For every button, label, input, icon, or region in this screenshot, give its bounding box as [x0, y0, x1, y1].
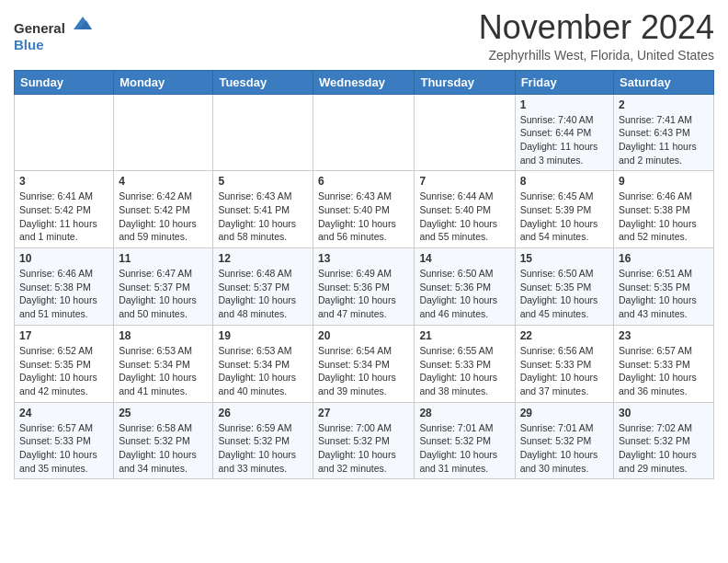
title-area: November 2024 Zephyrhills West, Florida,…: [479, 9, 714, 63]
calendar-cell: 18Sunrise: 6:53 AMSunset: 5:34 PMDayligh…: [114, 325, 213, 402]
day-number: 23: [619, 329, 709, 342]
day-number: 11: [119, 252, 208, 265]
cell-content: Sunrise: 6:46 AMSunset: 5:38 PMDaylight:…: [19, 267, 108, 321]
cell-content: Sunrise: 7:41 AMSunset: 6:43 PMDaylight:…: [619, 113, 709, 167]
calendar-cell: 30Sunrise: 7:02 AMSunset: 5:32 PMDayligh…: [614, 402, 714, 479]
day-number: 9: [619, 175, 709, 188]
calendar-cell: 5Sunrise: 6:43 AMSunset: 5:41 PMDaylight…: [213, 171, 313, 248]
cell-content: Sunrise: 6:46 AMSunset: 5:38 PMDaylight:…: [619, 190, 709, 244]
day-number: 2: [619, 98, 709, 111]
day-number: 10: [19, 252, 108, 265]
calendar-cell: 13Sunrise: 6:49 AMSunset: 5:36 PMDayligh…: [313, 248, 415, 326]
calendar-cell: 1Sunrise: 7:40 AMSunset: 6:44 PMDaylight…: [515, 94, 613, 171]
cell-content: Sunrise: 6:51 AMSunset: 5:35 PMDaylight:…: [619, 267, 709, 321]
cell-content: Sunrise: 7:40 AMSunset: 6:44 PMDaylight:…: [520, 113, 609, 167]
cell-content: Sunrise: 6:45 AMSunset: 5:39 PMDaylight:…: [520, 190, 609, 244]
calendar-cell: 17Sunrise: 6:52 AMSunset: 5:35 PMDayligh…: [15, 325, 114, 402]
cell-content: Sunrise: 6:58 AMSunset: 5:32 PMDaylight:…: [119, 421, 208, 476]
cell-content: Sunrise: 6:48 AMSunset: 5:37 PMDaylight:…: [218, 267, 308, 321]
logo: General Blue: [14, 13, 92, 53]
cell-content: Sunrise: 6:44 AMSunset: 5:40 PMDaylight:…: [419, 190, 509, 244]
subtitle: Zephyrhills West, Florida, United States: [479, 48, 714, 63]
cell-content: Sunrise: 6:53 AMSunset: 5:34 PMDaylight:…: [119, 344, 208, 398]
calendar-cell: 10Sunrise: 6:46 AMSunset: 5:38 PMDayligh…: [15, 248, 114, 326]
day-number: 17: [19, 329, 108, 342]
day-number: 12: [218, 252, 308, 265]
calendar-cell: 11Sunrise: 6:47 AMSunset: 5:37 PMDayligh…: [114, 248, 213, 326]
day-number: 1: [520, 98, 609, 111]
day-number: 4: [119, 175, 208, 188]
day-number: 5: [218, 175, 308, 188]
day-number: 25: [119, 407, 208, 419]
calendar-cell: 19Sunrise: 6:53 AMSunset: 5:34 PMDayligh…: [213, 325, 313, 402]
calendar-cell: 20Sunrise: 6:54 AMSunset: 5:34 PMDayligh…: [313, 325, 415, 402]
month-title: November 2024: [479, 9, 714, 46]
day-number: 19: [218, 329, 308, 342]
cell-content: Sunrise: 6:49 AMSunset: 5:36 PMDaylight:…: [318, 267, 409, 321]
calendar-cell: 28Sunrise: 7:01 AMSunset: 5:32 PMDayligh…: [415, 402, 515, 479]
day-number: 20: [318, 329, 409, 342]
calendar-cell: 29Sunrise: 7:01 AMSunset: 5:32 PMDayligh…: [515, 402, 613, 479]
cell-content: Sunrise: 6:41 AMSunset: 5:42 PMDaylight:…: [19, 190, 108, 244]
day-of-week-header: Friday: [515, 70, 613, 94]
calendar-cell: 7Sunrise: 6:44 AMSunset: 5:40 PMDaylight…: [415, 171, 515, 248]
day-number: 18: [119, 329, 208, 342]
calendar-cell: 23Sunrise: 6:57 AMSunset: 5:33 PMDayligh…: [614, 325, 714, 402]
logo-blue: Blue: [14, 37, 44, 52]
calendar-cell: 4Sunrise: 6:42 AMSunset: 5:42 PMDaylight…: [114, 171, 213, 248]
calendar-body: 1Sunrise: 7:40 AMSunset: 6:44 PMDaylight…: [15, 94, 714, 479]
cell-content: Sunrise: 6:47 AMSunset: 5:37 PMDaylight:…: [119, 267, 208, 321]
cell-content: Sunrise: 7:00 AMSunset: 5:32 PMDaylight:…: [318, 421, 409, 476]
day-of-week-header: Thursday: [415, 70, 515, 94]
calendar-cell: [313, 94, 415, 171]
cell-content: Sunrise: 7:01 AMSunset: 5:32 PMDaylight:…: [419, 421, 509, 476]
logo-general: General: [14, 20, 65, 36]
cell-content: Sunrise: 6:42 AMSunset: 5:42 PMDaylight:…: [119, 190, 208, 244]
day-of-week-header: Tuesday: [213, 70, 313, 94]
calendar-week-row: 1Sunrise: 7:40 AMSunset: 6:44 PMDaylight…: [15, 94, 714, 171]
day-number: 21: [419, 329, 509, 342]
day-number: 24: [19, 407, 108, 419]
day-number: 26: [218, 407, 308, 419]
calendar-week-row: 17Sunrise: 6:52 AMSunset: 5:35 PMDayligh…: [15, 325, 714, 402]
calendar-cell: 14Sunrise: 6:50 AMSunset: 5:36 PMDayligh…: [415, 248, 515, 326]
cell-content: Sunrise: 6:53 AMSunset: 5:34 PMDaylight:…: [218, 344, 308, 398]
cell-content: Sunrise: 6:43 AMSunset: 5:41 PMDaylight:…: [218, 190, 308, 244]
day-of-week-header: Monday: [114, 70, 213, 94]
day-number: 28: [419, 407, 509, 419]
calendar-cell: 24Sunrise: 6:57 AMSunset: 5:33 PMDayligh…: [15, 402, 114, 479]
cell-content: Sunrise: 6:59 AMSunset: 5:32 PMDaylight:…: [218, 421, 308, 476]
day-number: 30: [619, 407, 709, 419]
day-number: 22: [520, 329, 609, 342]
calendar-cell: 27Sunrise: 7:00 AMSunset: 5:32 PMDayligh…: [313, 402, 415, 479]
cell-content: Sunrise: 6:54 AMSunset: 5:34 PMDaylight:…: [318, 344, 409, 398]
calendar-cell: 22Sunrise: 6:56 AMSunset: 5:33 PMDayligh…: [515, 325, 613, 402]
day-number: 6: [318, 175, 409, 188]
cell-content: Sunrise: 7:01 AMSunset: 5:32 PMDaylight:…: [520, 421, 609, 476]
day-number: 3: [19, 175, 108, 188]
calendar-cell: 25Sunrise: 6:58 AMSunset: 5:32 PMDayligh…: [114, 402, 213, 479]
logo-icon: [72, 13, 92, 33]
day-of-week-header: Wednesday: [313, 70, 415, 94]
calendar-cell: 9Sunrise: 6:46 AMSunset: 5:38 PMDaylight…: [614, 171, 714, 248]
day-number: 13: [318, 252, 409, 265]
calendar-cell: [114, 94, 213, 171]
calendar-cell: [213, 94, 313, 171]
day-number: 15: [520, 252, 609, 265]
day-number: 14: [419, 252, 509, 265]
calendar-cell: 12Sunrise: 6:48 AMSunset: 5:37 PMDayligh…: [213, 248, 313, 326]
day-of-week-header: Sunday: [15, 70, 114, 94]
calendar-cell: 16Sunrise: 6:51 AMSunset: 5:35 PMDayligh…: [614, 248, 714, 326]
cell-content: Sunrise: 6:50 AMSunset: 5:36 PMDaylight:…: [419, 267, 509, 321]
header: General Blue November 2024 Zephyrhills W…: [14, 9, 714, 63]
day-of-week-header: Saturday: [614, 70, 714, 94]
day-number: 7: [419, 175, 509, 188]
calendar-cell: 21Sunrise: 6:55 AMSunset: 5:33 PMDayligh…: [415, 325, 515, 402]
cell-content: Sunrise: 6:56 AMSunset: 5:33 PMDaylight:…: [520, 344, 609, 398]
calendar-week-row: 24Sunrise: 6:57 AMSunset: 5:33 PMDayligh…: [15, 402, 714, 479]
calendar-cell: 26Sunrise: 6:59 AMSunset: 5:32 PMDayligh…: [213, 402, 313, 479]
calendar-cell: 3Sunrise: 6:41 AMSunset: 5:42 PMDaylight…: [15, 171, 114, 248]
day-number: 27: [318, 407, 409, 419]
calendar-cell: 6Sunrise: 6:43 AMSunset: 5:40 PMDaylight…: [313, 171, 415, 248]
cell-content: Sunrise: 6:55 AMSunset: 5:33 PMDaylight:…: [419, 344, 509, 398]
